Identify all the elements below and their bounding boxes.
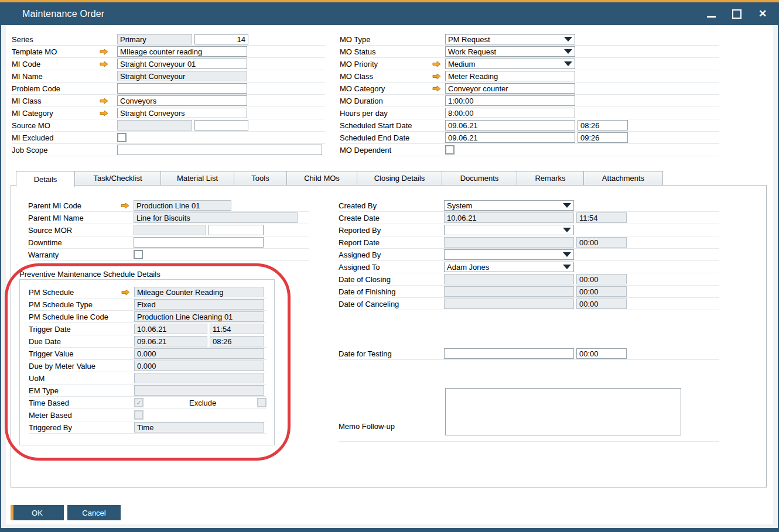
due-by-meter-value-field: 0.000 xyxy=(134,361,264,371)
field-value: PM Request xyxy=(448,35,490,44)
warranty-checkbox[interactable] xyxy=(134,250,143,259)
field-label: MO Status xyxy=(340,47,432,56)
link-arrow-icon[interactable] xyxy=(100,95,117,107)
link-arrow-icon[interactable] xyxy=(432,83,445,94)
form-row: Trigger Date10.06.2111:54 xyxy=(29,323,266,335)
tab-material-list[interactable]: Material List xyxy=(161,171,234,186)
field-value: 0.000 xyxy=(137,362,156,370)
ok-button-label: OK xyxy=(32,509,43,517)
field-label: MO Category xyxy=(340,84,432,93)
form-row: Reported By xyxy=(339,224,719,236)
trigger-value-field: 0.000 xyxy=(134,348,264,359)
maximize-icon xyxy=(732,9,742,19)
link-arrow-icon[interactable] xyxy=(432,70,445,82)
mo-class-field[interactable]: Meter Reading xyxy=(445,71,575,81)
chevron-down-icon[interactable] xyxy=(564,37,572,42)
ok-button[interactable]: OK xyxy=(11,505,64,520)
field-label: MI Category xyxy=(12,109,100,118)
arrow-spacer xyxy=(121,212,134,224)
template-mo-field[interactable]: MIleage counter reading xyxy=(117,46,247,57)
series-number-field[interactable]: 14 xyxy=(194,34,248,44)
field-value: MIleage counter reading xyxy=(120,47,202,56)
chevron-down-icon[interactable] xyxy=(563,203,571,208)
tab-details[interactable]: Details xyxy=(16,171,75,187)
problem-code-field[interactable] xyxy=(117,83,247,94)
scheduled-end-time-field[interactable]: 09:26 xyxy=(578,132,628,143)
window-title: Maintenance Order xyxy=(22,9,104,19)
header-form-right: MO TypePM RequestMO StatusWork RequestMO… xyxy=(340,33,719,156)
chevron-down-icon[interactable] xyxy=(563,252,571,257)
field-label: MI Class xyxy=(12,97,100,105)
maximize-button[interactable] xyxy=(732,9,742,19)
field-label: Problem Code xyxy=(12,84,100,93)
field-label: Created By xyxy=(339,201,431,210)
date-for-testing-field[interactable] xyxy=(444,348,574,359)
mo-duration-field[interactable]: 1:00:00 xyxy=(445,95,575,106)
tab-closing-details[interactable]: Closing Details xyxy=(357,171,442,186)
field-label: PM Schedule xyxy=(29,288,121,297)
tab-remarks[interactable]: Remarks xyxy=(517,171,584,186)
tab-attachments[interactable]: Attachments xyxy=(584,171,663,186)
assigned-to-dropdown[interactable]: Adam Jones xyxy=(444,262,574,272)
arrow-spacer xyxy=(431,298,444,310)
due-date-field: 09.06.21 xyxy=(134,336,207,346)
arrow-spacer xyxy=(432,95,445,107)
cancel-button[interactable]: Cancel xyxy=(67,505,121,520)
form-row: Assigned ToAdam Jones xyxy=(339,261,719,273)
assigned-by-dropdown[interactable] xyxy=(444,249,574,260)
form-row: UoM xyxy=(29,372,266,385)
testing-time-field[interactable]: 00:00 xyxy=(576,348,627,359)
form-row: Warranty xyxy=(28,249,309,261)
tab-tools[interactable]: Tools xyxy=(234,171,287,186)
tab-documents[interactable]: Documents xyxy=(442,171,517,186)
arrow-spacer xyxy=(121,249,134,260)
scheduled-start-time-field[interactable]: 08:26 xyxy=(578,120,628,131)
link-arrow-icon[interactable] xyxy=(121,286,134,298)
downtime-field[interactable] xyxy=(134,237,264,248)
minimize-button[interactable] xyxy=(706,9,716,19)
tab-task-checklist[interactable]: Task/Checklist xyxy=(75,171,161,186)
tab-child-mos[interactable]: Child MOs xyxy=(287,171,357,186)
pm-schedule-field: Mileage Counter Reading xyxy=(134,287,264,297)
mi-category-field[interactable]: Straight Conveyors xyxy=(117,108,247,118)
memo-follow-up-textarea[interactable] xyxy=(445,388,681,435)
arrow-spacer xyxy=(121,236,134,248)
hours-per-day-field[interactable]: 8:00:00 xyxy=(445,108,575,118)
source-mor-number-field[interactable] xyxy=(209,225,264,235)
field-label: MI Name xyxy=(12,72,100,81)
form-row: EM Type xyxy=(29,385,266,397)
field-value: 10.06.21 xyxy=(137,325,167,334)
mo-dependent-checkbox[interactable] xyxy=(445,145,455,155)
mi-excluded-checkbox[interactable] xyxy=(117,133,127,142)
scheduled-end-date-field[interactable]: 09.06.21 xyxy=(445,132,575,143)
field-value: Work Request xyxy=(448,47,496,56)
mi-code-field[interactable]: Straight Conveyour 01 xyxy=(117,59,247,69)
field-label: Parent MI Code xyxy=(28,201,121,210)
chevron-down-icon[interactable] xyxy=(564,49,572,54)
mi-class-field[interactable]: Conveyors xyxy=(117,95,247,106)
chevron-down-icon[interactable] xyxy=(563,228,571,232)
link-arrow-icon[interactable] xyxy=(121,200,134,211)
form-row: Template MOMIleage counter reading xyxy=(12,46,325,58)
created-by-dropdown[interactable]: System xyxy=(444,200,574,211)
link-arrow-icon[interactable] xyxy=(100,58,117,70)
link-arrow-icon[interactable] xyxy=(432,58,445,70)
chevron-down-icon[interactable] xyxy=(563,265,571,269)
close-button[interactable]: ✕ xyxy=(758,9,767,19)
chevron-down-icon[interactable] xyxy=(564,61,572,66)
arrow-spacer xyxy=(431,261,444,273)
source-mo-number-field[interactable] xyxy=(194,120,248,131)
reported-by-dropdown[interactable] xyxy=(444,225,574,235)
job-scope-field[interactable] xyxy=(117,145,322,155)
link-arrow-icon[interactable] xyxy=(100,46,117,57)
field-label: Source MOR xyxy=(28,226,121,235)
mo-category-field[interactable]: Conveyor counter xyxy=(445,83,575,94)
link-arrow-icon[interactable] xyxy=(100,107,117,119)
scheduled-start-date-field[interactable]: 09.06.21 xyxy=(445,120,575,131)
arrow-spacer xyxy=(121,335,134,347)
field-value: Production Line Cleaning 01 xyxy=(137,313,233,321)
mo-status-dropdown[interactable]: Work Request xyxy=(445,46,575,57)
field-value: 00:00 xyxy=(579,275,599,284)
mo-priority-dropdown[interactable]: Medium xyxy=(445,59,575,69)
mo-type-dropdown[interactable]: PM Request xyxy=(445,34,575,44)
